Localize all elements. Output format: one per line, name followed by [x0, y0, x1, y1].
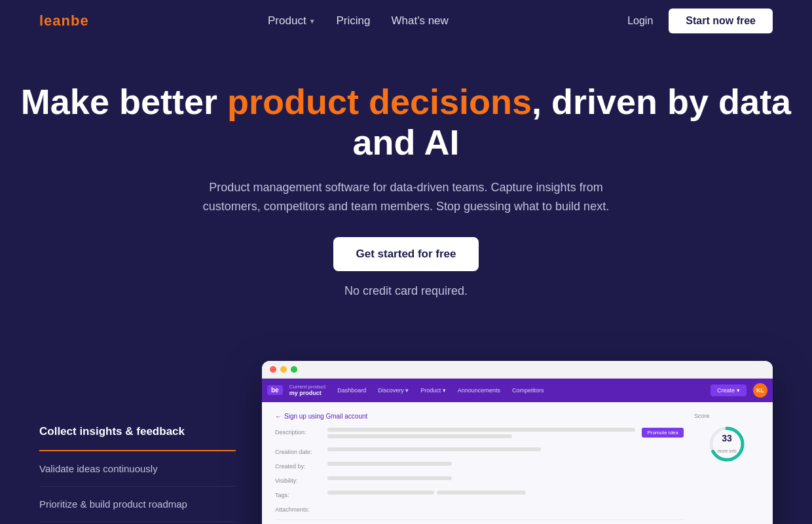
nav-pricing-label: Pricing: [337, 14, 371, 28]
score-circle: 33 more info: [707, 424, 747, 464]
hero-section: Make better product decisions, driven by…: [0, 42, 812, 348]
form-visibility-row: Visibility:: [275, 476, 684, 484]
score-circle-container: 33 more info: [694, 424, 760, 464]
app-product-name: my product: [289, 390, 326, 396]
app-create-button[interactable]: Create ▾: [710, 384, 747, 396]
browser-dot-close: [270, 366, 276, 373]
get-started-button[interactable]: Get started for free: [333, 237, 478, 271]
feature-measure[interactable]: Measure product metrics: [39, 522, 236, 524]
no-credit-text: No credit card required.: [183, 282, 629, 301]
form-bar: [327, 491, 434, 495]
app-content: ← Sign up using Gmail account Descriptio…: [262, 402, 773, 524]
form-description-value: [327, 428, 635, 441]
start-now-button[interactable]: Start now free: [669, 9, 773, 33]
form-attachments-row: Attachments:: [275, 505, 684, 513]
nav-links: Product ▼ Pricing What's new: [268, 14, 449, 28]
app-back-label: Sign up using Gmail account: [284, 413, 367, 420]
form-visibility-label: Visibility:: [275, 476, 321, 484]
form-visibility-value: [327, 476, 684, 483]
app-nav-product[interactable]: Product ▾: [415, 384, 451, 396]
form-bar: [327, 428, 635, 432]
features-sidebar: Collect insights & feedback Validate ide…: [39, 361, 236, 524]
browser-topbar: [262, 361, 773, 379]
form-creation-value: [327, 447, 684, 454]
form-creation-label: Creation date:: [275, 447, 321, 455]
browser-dot-fullscreen: [291, 366, 297, 373]
form-created-by-row: Created by:: [275, 462, 684, 470]
score-more-info: more info: [717, 449, 736, 453]
app-user-avatar: KL: [753, 383, 767, 398]
feature-prioritize[interactable]: Prioritize & build product roadmap: [39, 487, 236, 522]
app-product-selector: Current product my product: [289, 384, 326, 396]
form-creation-row: Creation date:: [275, 447, 684, 455]
feature-collect-label: Collect insights & feedback: [39, 425, 185, 438]
form-attachments-label: Attachments:: [275, 505, 321, 513]
nav-whats-new-label: What's new: [392, 14, 449, 28]
feature-prioritize-label: Prioritize & build product roadmap: [39, 498, 187, 510]
form-bar: [327, 447, 541, 451]
app-back-link[interactable]: ← Sign up using Gmail account: [275, 413, 684, 420]
app-navbar: be Current product my product Dashboard …: [262, 379, 773, 402]
form-tags-label: Tags:: [275, 491, 321, 498]
form-bar: [437, 491, 526, 495]
logo-part2: be: [71, 12, 89, 29]
score-text: 33 more info: [717, 433, 736, 455]
form-description-row: Description: Promote idea: [275, 428, 684, 441]
feature-validate-label: Validate ideas continuously: [39, 463, 158, 474]
headline-part1: Make better: [21, 82, 227, 121]
feature-collect[interactable]: Collect insights & feedback: [39, 413, 236, 451]
app-main-panel: ← Sign up using Gmail account Descriptio…: [275, 413, 684, 524]
nav-whats-new[interactable]: What's new: [392, 14, 449, 28]
hero-headline: Make better product decisions, driven by…: [13, 81, 799, 162]
lower-section: Collect insights & feedback Validate ide…: [0, 361, 812, 524]
browser-mockup: be Current product my product Dashboard …: [262, 361, 773, 524]
nav-product[interactable]: Product ▼: [268, 14, 316, 28]
app-nav-competitors[interactable]: Competitors: [507, 384, 549, 396]
chevron-down-icon: ▾: [737, 387, 740, 394]
form-tags-row: Tags:: [275, 491, 684, 498]
attached-requests-section: Attached requests Title Author Source: [275, 519, 684, 524]
form-description-label: Description:: [275, 428, 321, 436]
nav-actions: Login Start now free: [627, 9, 773, 33]
form-created-by-label: Created by:: [275, 462, 321, 470]
chevron-down-icon: ▼: [309, 18, 316, 25]
nav-pricing[interactable]: Pricing: [337, 14, 371, 28]
form-tags-value: [327, 491, 684, 497]
nav-product-label: Product: [268, 14, 306, 28]
app-create-label: Create: [717, 387, 735, 394]
feature-validate[interactable]: Validate ideas continuously: [39, 451, 236, 487]
app-nav-discovery[interactable]: Discovery ▾: [373, 384, 414, 396]
hero-subtext: Product management software for data-dri…: [183, 178, 629, 216]
logo: leanbe: [39, 12, 89, 29]
form-bar: [327, 476, 452, 480]
promote-idea-button[interactable]: Promote idea: [642, 428, 684, 438]
app-product-label: Current product: [289, 384, 326, 390]
headline-highlight: product decisions: [227, 82, 532, 121]
score-number: 33: [717, 433, 736, 443]
form-bar: [327, 462, 452, 466]
app-nav-announcements[interactable]: Announcements: [452, 384, 506, 396]
app-score-panel: Score 33 more info: [694, 413, 760, 524]
logo-part1: lean: [39, 12, 71, 29]
form-bar: [327, 434, 512, 438]
app-logo: be: [267, 385, 283, 395]
login-button[interactable]: Login: [627, 15, 653, 27]
score-label: Score: [694, 413, 760, 419]
form-created-by-value: [327, 462, 684, 468]
back-arrow-icon: ←: [275, 413, 282, 420]
navbar: leanbe Product ▼ Pricing What's new Logi…: [0, 0, 812, 42]
app-nav-dashboard[interactable]: Dashboard: [332, 384, 371, 396]
browser-dot-minimize: [280, 366, 287, 373]
